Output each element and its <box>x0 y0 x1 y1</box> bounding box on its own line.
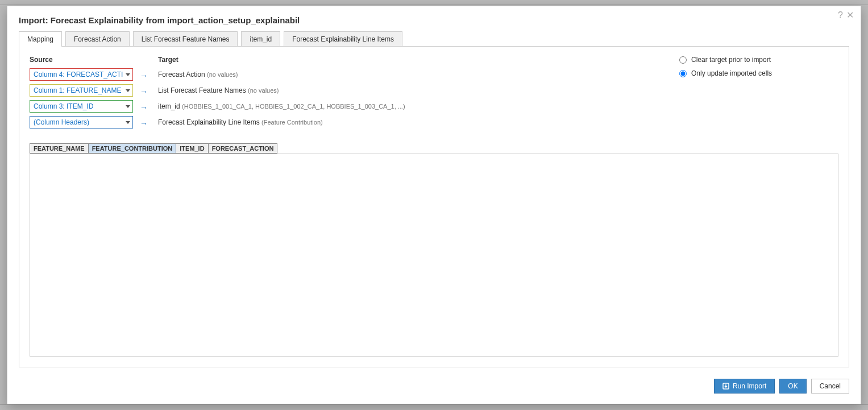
ok-button[interactable]: OK <box>779 379 806 394</box>
source-header: Source <box>30 56 133 64</box>
target-hint-2: (HOBBIES_1_001_CA_1, HOBBIES_1_002_CA_1,… <box>182 103 405 110</box>
target-header: Target <box>158 56 672 64</box>
ok-label: OK <box>788 382 798 390</box>
run-import-button[interactable]: Run Import <box>714 379 775 394</box>
tab-row: Mapping Forecast Action List Forecast Fe… <box>19 31 849 46</box>
preview-grid[interactable] <box>30 154 838 357</box>
radio-clear-target-label: Clear target prior to import <box>691 56 771 64</box>
source-select-label: Column 1: FEATURE_NAME <box>34 86 123 94</box>
tab-mapping[interactable]: Mapping <box>19 31 62 47</box>
target-hint-1: (no values) <box>248 87 279 94</box>
dialog-footer: Run Import OK Cancel <box>7 373 861 404</box>
source-select-3[interactable]: (Column Headers) <box>30 116 133 129</box>
import-dialog: ? ✕ Import: Forecast Explainability from… <box>7 6 861 404</box>
cancel-label: Cancel <box>820 382 841 390</box>
radio-only-update-label: Only update imported cells <box>691 69 772 77</box>
target-label-2: item_id <box>158 102 180 110</box>
column-tag[interactable]: FEATURE_NAME <box>30 143 88 154</box>
target-label-1: List Forecast Feature Names <box>158 86 246 94</box>
target-hint-3: (Feature Contribution) <box>261 119 323 126</box>
close-icon[interactable]: ✕ <box>846 11 854 20</box>
source-select-1[interactable]: Column 1: FEATURE_NAME <box>30 84 133 97</box>
dialog-title: Import: Forecast Explainability from imp… <box>7 6 861 31</box>
import-icon <box>722 383 729 390</box>
help-icon[interactable]: ? <box>838 11 843 20</box>
source-select-label: Column 3: ITEM_ID <box>34 102 123 110</box>
chevron-down-icon <box>126 89 130 92</box>
chevron-down-icon <box>126 121 130 124</box>
target-label-0: Forecast Action <box>158 71 205 78</box>
column-tag-strip: FEATURE_NAME FEATURE_CONTRIBUTION ITEM_I… <box>30 143 838 154</box>
source-select-2[interactable]: Column 3: ITEM_ID <box>30 100 133 113</box>
source-select-0[interactable]: Column 4: FORECAST_ACTI <box>30 68 133 81</box>
run-import-label: Run Import <box>733 382 766 390</box>
tab-forecast-action[interactable]: Forecast Action <box>65 31 130 47</box>
arrow-right-icon: → <box>140 71 148 80</box>
tab-content-mapping: Source Column 4: FORECAST_ACTI Column 1:… <box>19 46 849 367</box>
target-hint-0: (no values) <box>207 71 238 78</box>
chevron-down-icon <box>126 73 130 76</box>
cancel-button[interactable]: Cancel <box>811 379 849 394</box>
target-label-3: Forecast Explainability Line Items <box>158 118 260 126</box>
source-select-label: Column 4: FORECAST_ACTI <box>34 71 123 78</box>
radio-only-update[interactable] <box>679 70 687 77</box>
column-tag[interactable]: FORECAST_ACTION <box>208 143 278 154</box>
tab-item-id[interactable]: item_id <box>241 31 280 47</box>
column-tag[interactable]: FEATURE_CONTRIBUTION <box>88 143 176 154</box>
arrow-right-icon: → <box>140 119 148 128</box>
radio-clear-target[interactable] <box>679 56 687 64</box>
arrow-right-icon: → <box>140 103 148 112</box>
tab-list-forecast-feature-names[interactable]: List Forecast Feature Names <box>133 31 238 47</box>
arrow-right-icon: → <box>140 87 148 96</box>
tab-forecast-explainability-line-items[interactable]: Forecast Explainability Line Items <box>284 31 402 47</box>
column-tag[interactable]: ITEM_ID <box>176 143 207 154</box>
source-select-label: (Column Headers) <box>34 118 123 126</box>
chevron-down-icon <box>126 105 130 108</box>
